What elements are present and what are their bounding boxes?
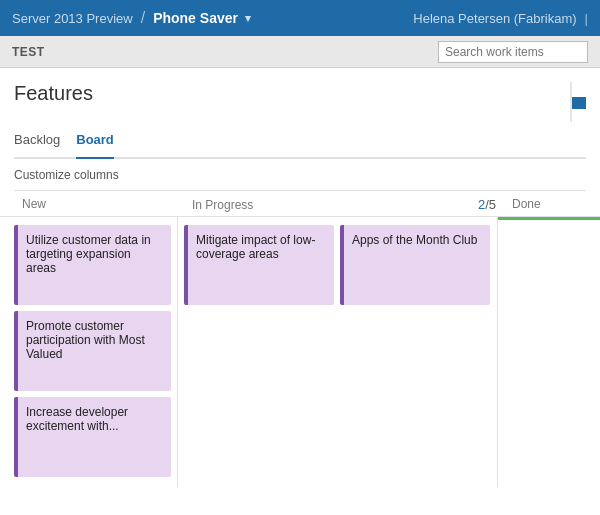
project-name-text: Phone Saver (153, 10, 238, 26)
tabs-container: Backlog Board (14, 132, 586, 159)
breadcrumb-separator: / (141, 9, 145, 27)
column-header-done: Done (504, 197, 600, 212)
card-new-2[interactable]: Promote customer participation with Most… (14, 311, 171, 391)
topbar-left: Server 2013 Preview / Phone Saver ▾ (12, 9, 251, 27)
project-dropdown-chevron[interactable]: ▾ (245, 12, 251, 25)
features-chart (506, 82, 586, 122)
customize-row: Customize columns (14, 159, 586, 191)
inprogress-sub-col-1: Mitigate impact of low-coverage areas (184, 225, 334, 479)
inprogress-current-count: 2 (478, 197, 485, 212)
sub-navigation: TEST (0, 36, 600, 68)
customize-columns-button[interactable]: Customize columns (14, 168, 119, 182)
column-inprogress: Mitigate impact of low-coverage areas Ap… (178, 217, 498, 487)
topbar-pipe: | (585, 11, 588, 26)
inprogress-max-count: /5 (485, 197, 496, 212)
features-panel: Features Backlog Board Customize columns (0, 68, 600, 191)
column-header-inprogress: In Progress 2 /5 (184, 197, 504, 212)
column-header-new: New (14, 197, 184, 212)
columns-header: New In Progress 2 /5 Done (0, 191, 600, 217)
server-label[interactable]: Server 2013 Preview (12, 11, 133, 26)
board-container: New In Progress 2 /5 Done Utilize custom… (0, 191, 600, 487)
top-navigation-bar: Server 2013 Preview / Phone Saver ▾ Hele… (0, 0, 600, 36)
card-inprogress-1[interactable]: Mitigate impact of low-coverage areas (184, 225, 334, 305)
column-new: Utilize customer data in targeting expan… (8, 217, 178, 487)
column-done (498, 217, 600, 487)
search-input[interactable] (438, 41, 588, 63)
project-name[interactable]: Phone Saver ▾ (153, 10, 251, 26)
inprogress-count-wrap: 2 /5 (478, 197, 496, 212)
page-title: Features (14, 82, 93, 105)
board-columns: Utilize customer data in targeting expan… (0, 217, 600, 487)
svg-rect-1 (572, 97, 586, 109)
card-new-1[interactable]: Utilize customer data in targeting expan… (14, 225, 171, 305)
user-label[interactable]: Helena Petersen (Fabrikam) (413, 11, 576, 26)
features-header: Features (14, 82, 586, 122)
card-inprogress-2[interactable]: Apps of the Month Club (340, 225, 490, 305)
main-content: Features Backlog Board Customize columns… (0, 68, 600, 515)
topbar-right: Helena Petersen (Fabrikam) | (413, 11, 588, 26)
tab-board[interactable]: Board (76, 132, 114, 159)
inprogress-label: In Progress (192, 198, 253, 212)
subnav-test-label: TEST (12, 45, 45, 59)
card-new-3[interactable]: Increase developer excitement with... (14, 397, 171, 477)
tab-backlog[interactable]: Backlog (14, 132, 60, 151)
inprogress-sub-col-2: Apps of the Month Club (340, 225, 490, 479)
